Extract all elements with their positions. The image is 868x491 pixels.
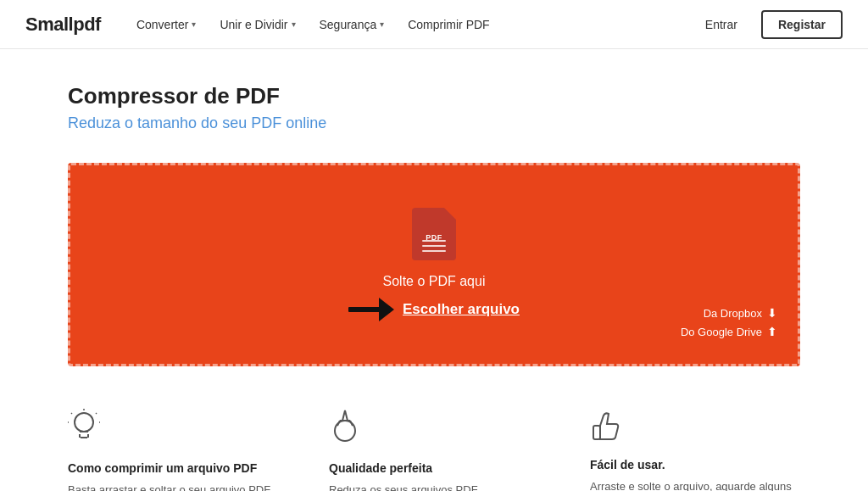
gdrive-button[interactable]: Do Google Drive ⬆ — [681, 325, 777, 338]
svg-marker-13 — [342, 410, 348, 421]
choose-file-row: Escolher arquivo — [348, 298, 520, 321]
page-subtitle: Reduza o tamanho do seu PDF online — [68, 114, 800, 132]
features-section: Como comprimir um arquivo PDF Basta arra… — [68, 400, 800, 491]
feature-desc: Reduza os seus arquivos PDF digitalizado… — [329, 482, 539, 491]
svg-line-8 — [71, 413, 72, 414]
svg-rect-18 — [593, 426, 600, 439]
svg-point-2 — [75, 413, 93, 432]
drop-text: Solte o PDF aqui — [383, 274, 486, 289]
feature-title: Qualidade perfeita — [329, 461, 539, 475]
feature-item: Qualidade perfeita Reduza os seus arquiv… — [329, 409, 539, 491]
nav-item-seguranca[interactable]: Segurança ▾ — [309, 11, 395, 38]
nav-item-unir-dividir[interactable]: Unir e Dividir ▾ — [209, 11, 305, 38]
side-buttons: Da Dropbox ⬇ Do Google Drive ⬆ — [681, 306, 777, 338]
svg-rect-0 — [348, 307, 381, 312]
feature-item: Fácil de usar. Arraste e solte o arquivo… — [590, 409, 800, 491]
page-title: Compressor de PDF — [68, 83, 800, 109]
nav-item-converter[interactable]: Converter ▾ — [126, 11, 206, 38]
chevron-down-icon: ▾ — [380, 20, 384, 29]
chevron-down-icon: ▾ — [192, 20, 196, 29]
svg-line-16 — [337, 421, 340, 426]
gdrive-icon: ⬆ — [767, 325, 777, 338]
choose-file-button[interactable]: Escolher arquivo — [403, 301, 520, 318]
header-actions: Entrar Registar — [692, 10, 843, 39]
main-nav: Converter ▾ Unir e Dividir ▾ Segurança ▾… — [126, 11, 692, 38]
header: Smallpdf Converter ▾ Unir e Dividir ▾ Se… — [0, 0, 868, 49]
entrar-button[interactable]: Entrar — [692, 12, 751, 37]
drop-zone[interactable]: PDF Solte o PDF aqui Escolher arquivo Da… — [68, 163, 800, 366]
feature-title: Fácil de usar. — [590, 458, 800, 471]
feature-title: Como comprimir um arquivo PDF — [68, 461, 278, 475]
nav-item-comprimir[interactable]: Comprimir PDF — [398, 11, 499, 38]
medal-icon — [329, 409, 539, 451]
pdf-label: PDF — [426, 233, 442, 242]
pdf-icon-line — [422, 250, 446, 252]
arrow-icon — [348, 298, 394, 321]
svg-marker-1 — [379, 298, 394, 321]
main-content: Compressor de PDF Reduza o tamanho do se… — [0, 49, 868, 491]
feature-desc: Arraste e solte o arquivo, aguarde algun… — [590, 478, 800, 491]
feature-item: Como comprimir um arquivo PDF Basta arra… — [68, 409, 278, 491]
chevron-down-icon: ▾ — [292, 20, 296, 29]
dropbox-icon: ⬇ — [767, 306, 777, 320]
registar-button[interactable]: Registar — [761, 10, 843, 39]
thumbsup-icon — [590, 409, 800, 448]
lightbulb-icon — [68, 409, 278, 451]
pdf-icon: PDF — [412, 208, 456, 260]
svg-line-17 — [350, 421, 353, 426]
logo[interactable]: Smallpdf — [25, 14, 101, 36]
feature-desc: Basta arrastar e soltar o seu arquivo PD… — [68, 482, 278, 491]
dropbox-button[interactable]: Da Dropbox ⬇ — [704, 306, 777, 320]
svg-line-10 — [96, 413, 97, 414]
pdf-icon-line — [422, 245, 446, 247]
